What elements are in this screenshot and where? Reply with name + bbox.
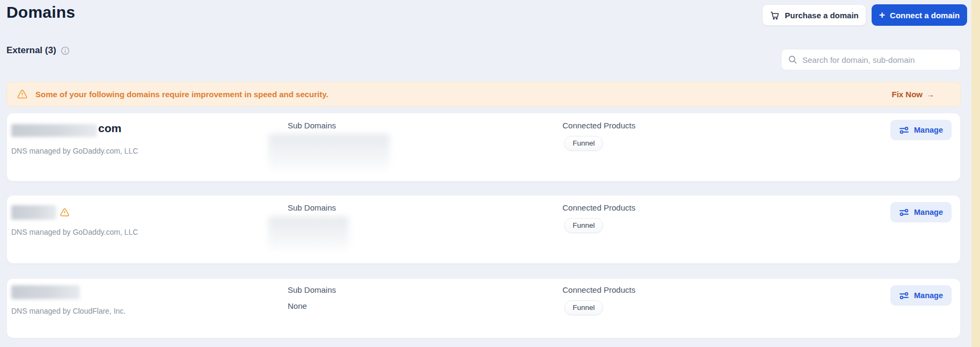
right-edge-strip xyxy=(971,0,980,347)
banner-message: Some of your following domains require i… xyxy=(35,90,328,99)
product-badge-funnel: Funnel xyxy=(564,218,603,233)
dns-provider-label: DNS managed by GoDaddy.com, LLC xyxy=(11,228,138,236)
connected-products-column-header: Connected Products xyxy=(562,203,635,212)
info-icon[interactable] xyxy=(61,46,70,55)
product-badge-funnel: Funnel xyxy=(564,136,603,151)
connected-products-column-header: Connected Products xyxy=(562,285,635,294)
dns-provider-label: DNS managed by GoDaddy.com, LLC xyxy=(11,147,138,155)
domains-page: Domains Purchase a domain + Connect a do… xyxy=(0,0,980,347)
purchase-domain-label: Purchase a domain xyxy=(785,11,859,20)
manage-button[interactable]: Manage xyxy=(890,120,952,140)
redacted-domain-name xyxy=(11,285,80,299)
connect-domain-label: Connect a domain xyxy=(890,11,960,20)
sliders-icon xyxy=(899,208,909,217)
plus-icon: + xyxy=(879,10,885,20)
purchase-domain-button[interactable]: Purchase a domain xyxy=(762,4,866,26)
domain-warning-icon xyxy=(60,207,70,218)
arrow-right-icon: → xyxy=(926,90,934,99)
redacted-subdomains xyxy=(268,134,390,169)
domain-card: com DNS managed by GoDaddy.com, LLC Sub … xyxy=(6,113,961,182)
redacted-domain-name xyxy=(11,124,97,137)
search-input[interactable] xyxy=(802,55,954,64)
redacted-subdomains xyxy=(268,216,349,250)
external-section-header: External (3) xyxy=(6,45,70,56)
connect-domain-button[interactable]: + Connect a domain xyxy=(872,4,967,26)
subdomains-none-value: None xyxy=(288,301,307,310)
manage-button[interactable]: Manage xyxy=(890,285,952,306)
warning-triangle-icon xyxy=(17,89,28,100)
redacted-domain-name xyxy=(11,205,56,220)
cart-icon xyxy=(770,10,780,20)
speed-security-banner: Some of your following domains require i… xyxy=(6,82,961,107)
domain-card: DNS managed by CloudFlare, Inc. Sub Doma… xyxy=(6,278,961,338)
manage-button[interactable]: Manage xyxy=(890,202,952,222)
search-icon xyxy=(788,55,798,64)
page-title: Domains xyxy=(6,3,75,21)
manage-button-label: Manage xyxy=(914,208,943,216)
domain-name-suffix: com xyxy=(98,122,121,135)
domain-card: DNS managed by GoDaddy.com, LLC Sub Doma… xyxy=(6,195,961,264)
manage-button-label: Manage xyxy=(914,291,943,300)
fix-now-label: Fix Now xyxy=(891,90,923,99)
connected-products-column-header: Connected Products xyxy=(562,121,635,130)
manage-button-label: Manage xyxy=(914,126,943,134)
dns-provider-label: DNS managed by CloudFlare, Inc. xyxy=(11,307,126,315)
external-count-label: External (3) xyxy=(6,45,56,56)
subdomains-column-header: Sub Domains xyxy=(288,203,336,212)
sliders-icon xyxy=(899,291,909,300)
fix-now-link[interactable]: Fix Now → xyxy=(891,82,934,106)
sliders-icon xyxy=(899,126,909,135)
domain-search xyxy=(781,49,961,70)
subdomains-column-header: Sub Domains xyxy=(288,121,336,130)
product-badge-funnel: Funnel xyxy=(564,300,603,315)
subdomains-column-header: Sub Domains xyxy=(288,285,336,294)
